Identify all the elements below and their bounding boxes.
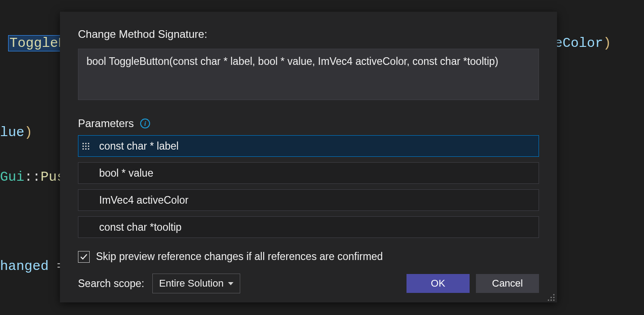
selected-method-name: ToggleB xyxy=(8,35,68,51)
code-token: hanged xyxy=(0,259,49,274)
parameters-label: Parameters xyxy=(78,117,134,130)
chevron-down-icon xyxy=(228,282,233,285)
checkmark-icon xyxy=(80,253,88,261)
cancel-button[interactable]: Cancel xyxy=(476,274,539,293)
ok-button[interactable]: OK xyxy=(406,274,470,293)
parameter-text: const char *tooltip xyxy=(93,217,539,237)
svg-point-4 xyxy=(551,300,552,301)
parameter-row[interactable]: bool * value xyxy=(78,162,539,184)
svg-point-5 xyxy=(553,300,555,301)
svg-point-2 xyxy=(553,297,555,298)
skip-preview-checkbox[interactable] xyxy=(78,251,90,263)
parameter-text: ImVec4 activeColor xyxy=(93,190,539,210)
drag-handle-icon[interactable] xyxy=(78,136,93,156)
code-token: lue xyxy=(0,125,24,140)
info-icon[interactable]: i xyxy=(140,119,150,128)
search-scope-dropdown[interactable]: Entire Solution xyxy=(152,274,240,293)
signature-preview: bool ToggleButton(const char * label, bo… xyxy=(78,49,539,100)
parameter-list: const char * label bool * value ImVec4 a… xyxy=(78,135,539,238)
svg-point-1 xyxy=(551,297,552,298)
parameter-row[interactable]: ImVec4 activeColor xyxy=(78,189,539,211)
code-token: Gui xyxy=(0,169,24,185)
dialog-title: Change Method Signature: xyxy=(78,28,539,41)
search-scope-value: Entire Solution xyxy=(159,278,224,289)
svg-point-0 xyxy=(553,294,555,296)
change-signature-dialog: Change Method Signature: bool ToggleButt… xyxy=(60,12,557,302)
skip-preview-label: Skip preview reference changes if all re… xyxy=(96,251,383,263)
parameter-text: bool * value xyxy=(93,163,539,183)
resize-grip-icon[interactable] xyxy=(547,293,555,301)
search-scope-label: Search scope: xyxy=(78,278,144,290)
parameter-row[interactable]: const char *tooltip xyxy=(78,216,539,238)
svg-point-3 xyxy=(548,300,549,301)
parameter-text: const char * label xyxy=(93,136,539,156)
parameter-row[interactable]: const char * label xyxy=(78,135,539,157)
